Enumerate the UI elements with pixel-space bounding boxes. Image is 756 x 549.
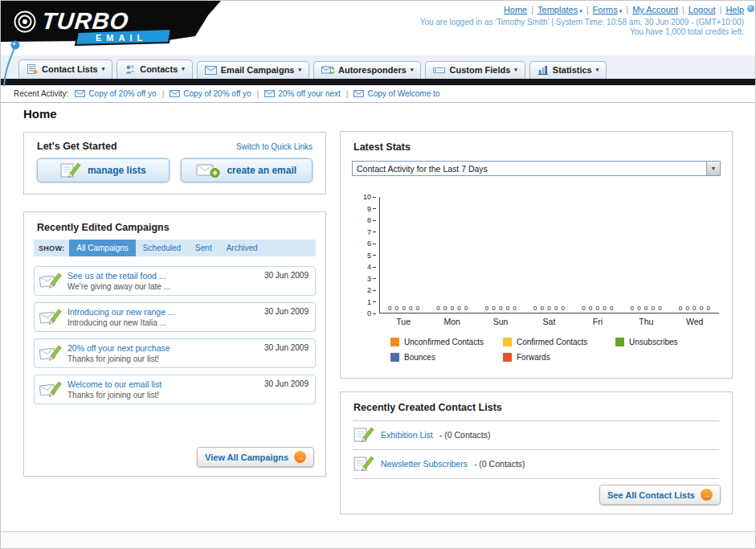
chart-legend: Unconfirmed ContactsConfirmed ContactsUn… — [390, 338, 732, 362]
latest-stats-panel: Latest Stats Contact Activity for the La… — [340, 131, 733, 379]
recent-activity-item-label: Copy of 20% off yo — [183, 89, 251, 98]
contact-list-row: Exhibition List - (0 Contacts) — [353, 421, 719, 450]
mail-icon — [75, 90, 85, 97]
campaign-text: 20% off your next purchaseThanks for joi… — [67, 343, 259, 363]
contact-list-link[interactable]: Exhibition List — [381, 430, 433, 440]
chevron-down-icon: ▾ — [596, 67, 599, 73]
chart-y-tick-mark — [373, 267, 376, 268]
legend-item: Unconfirmed Contacts — [390, 338, 503, 346]
tab-contact-lists[interactable]: Contact Lists▾ — [18, 59, 112, 79]
mail-icon — [170, 90, 180, 97]
chevron-down-icon: ▾ — [102, 66, 105, 72]
nav-separator: | — [586, 5, 589, 14]
filter-all-campaigns[interactable]: All Campaigns — [69, 240, 135, 256]
recent-activity-item[interactable]: Copy of 20% off yo — [75, 89, 156, 98]
stats-range-select[interactable]: Contact Activity for the Last 7 Days ▼ — [352, 161, 721, 176]
stats-title: Latest Stats — [341, 132, 732, 159]
chart-y-tick-label: 4 — [367, 264, 371, 270]
see-all-contact-lists-button[interactable]: See All Contact Lists → — [599, 485, 721, 505]
legend-label: Bounces — [404, 353, 435, 362]
filter-sent[interactable]: Sent — [188, 240, 219, 256]
chevron-down-icon: ▾ — [182, 66, 185, 72]
get-started-title: Let's Get Started — [37, 141, 117, 152]
nav-link-help[interactable]: Help — [725, 5, 744, 14]
credits-status: You have 1,000 total credits left. — [630, 27, 744, 36]
legend-label: Unsubscribes — [629, 338, 678, 346]
tab-contacts[interactable]: Contacts▾ — [116, 59, 193, 79]
recent-activity-item[interactable]: Copy of 20% off yo — [170, 89, 251, 98]
mail-icon — [353, 90, 364, 97]
nav-link-logout[interactable]: Logout — [689, 5, 716, 14]
tab-label: Statistics — [553, 65, 592, 75]
switch-to-quick-links-link[interactable]: Switch to Quick Links — [236, 142, 313, 151]
campaign-title-link[interactable]: 20% off your next purchase — [67, 343, 259, 353]
svg-text:EMAIL: EMAIL — [96, 33, 147, 43]
tab-statistics[interactable]: Statistics▾ — [529, 61, 607, 79]
nav-link-my-account[interactable]: My Account — [632, 5, 678, 14]
contact-list-count: - (0 Contacts) — [439, 430, 491, 440]
chart-y-tick-mark — [373, 255, 376, 256]
campaign-filters: All CampaignsScheduledSentArchived — [69, 240, 264, 256]
campaign-row: See us at the retail food ...We're givin… — [34, 266, 316, 296]
chart-x-label: Wed — [671, 317, 719, 326]
chart-x-label: Sat — [525, 317, 573, 326]
mail-pencil-icon — [39, 343, 62, 363]
campaign-date: 30 Jun 2009 — [264, 271, 309, 280]
filter-scheduled[interactable]: Scheduled — [136, 240, 188, 256]
chart-y-tick: 5 — [367, 252, 376, 259]
campaign-title-link[interactable]: Welcome to our email list — [67, 379, 259, 389]
chart-y-tick: 0 — [367, 310, 376, 317]
custom-fields-icon — [433, 65, 445, 75]
chart-x-labels: TueMonSunSatFriThuWed — [379, 317, 719, 326]
activity-separator: | — [162, 89, 165, 98]
login-status: You are logged in as 'Timothy Smith' | S… — [420, 18, 744, 27]
manage-lists-button[interactable]: manage lists — [37, 158, 170, 182]
chevron-down-icon: ▾ — [514, 67, 517, 73]
tab-label: Contact Lists — [42, 64, 98, 74]
campaign-date: 30 Jun 2009 — [264, 307, 309, 316]
recent-activity-item[interactable]: Copy of Welcome to — [353, 89, 439, 98]
chart-y-tick-label: 5 — [367, 252, 371, 259]
campaign-date: 30 Jun 2009 — [264, 379, 309, 388]
legend-item: Forwards — [503, 353, 615, 362]
chart-y-axis: 109876543210 — [353, 194, 376, 317]
chart-y-tick-label: 0 — [367, 310, 371, 317]
arrow-right-icon: → — [701, 489, 713, 501]
nav-link-templates[interactable]: Templates▾ — [537, 5, 582, 14]
contact-list-count: - (0 Contacts) — [474, 459, 525, 469]
mail-icon — [264, 90, 275, 97]
legend-label: Confirmed Contacts — [517, 338, 587, 346]
legend-swatch-icon — [503, 353, 512, 362]
campaign-text: Welcome to our email listThanks for join… — [67, 379, 259, 399]
recent-activity-item-label: Copy of 20% off yo — [88, 89, 156, 98]
contact-list-link[interactable]: Newsletter Subscribers — [381, 459, 468, 469]
chart-y-tick-label: 8 — [367, 217, 371, 223]
nav-link-forms[interactable]: Forms▾ — [593, 5, 623, 14]
tab-custom-fields[interactable]: Custom Fields▾ — [425, 61, 525, 79]
see-all-contact-lists-label: See All Contact Lists — [607, 490, 695, 500]
nav-link-home[interactable]: Home — [504, 5, 527, 14]
chart-y-tick: 9 — [367, 206, 376, 212]
recent-activity-item[interactable]: 20% off your next — [264, 89, 341, 98]
mail-pencil-icon — [39, 379, 62, 399]
nav-separator: | — [626, 5, 628, 14]
chart-y-tick: 1 — [367, 299, 376, 305]
campaign-title-link[interactable]: Introducing our new range ... — [67, 307, 259, 317]
chart-zero-values: 0 0 0 0 0 — [525, 305, 574, 312]
view-all-campaigns-button[interactable]: View All Campaigns → — [197, 447, 314, 467]
button-label: manage lists — [88, 165, 146, 176]
recent-activity-items: Copy of 20% off yo|Copy of 20% off yo|20… — [75, 89, 439, 98]
create-an-email-button[interactable]: create an email — [181, 158, 313, 182]
tab-autoresponders[interactable]: Autoresponders▾ — [313, 61, 421, 79]
filter-archived[interactable]: Archived — [219, 240, 265, 256]
chart-zero-values: 0 0 0 0 0 — [671, 305, 719, 312]
tab-label: Autoresponders — [338, 65, 407, 75]
nav-divider-bar — [1, 79, 755, 85]
contact-lists-panel: Recently Created Contact Lists Exhibitio… — [340, 391, 733, 514]
chart-y-tick-mark — [373, 220, 376, 221]
campaign-row: Introducing our new range ...Introducing… — [34, 302, 316, 332]
tab-email-campaigns[interactable]: Email Campaigns▾ — [197, 61, 309, 79]
autoresponders-icon — [321, 65, 334, 75]
campaign-title-link[interactable]: See us at the retail food ... — [67, 271, 259, 281]
campaign-text: Introducing our new range ...Introducing… — [67, 307, 259, 327]
